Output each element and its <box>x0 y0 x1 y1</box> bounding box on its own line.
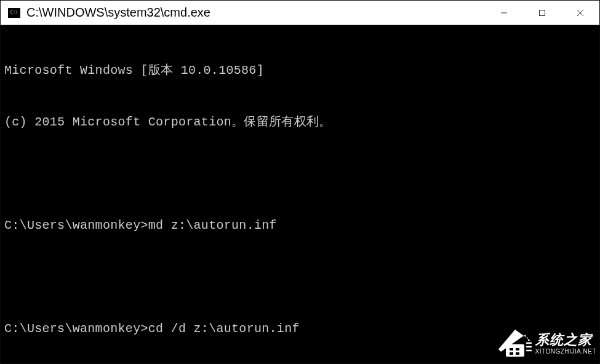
svg-rect-1 <box>540 10 545 15</box>
terminal-line: Microsoft Windows [版本 10.0.10586] <box>4 62 596 79</box>
maximize-icon <box>538 9 546 17</box>
close-button[interactable] <box>561 1 599 25</box>
minimize-button[interactable] <box>485 1 523 25</box>
terminal-line: (c) 2015 Microsoft Corporation。保留所有权利。 <box>4 114 596 131</box>
cmd-window: C:\WINDOWS\system32\cmd.exe Microsoft Wi… <box>0 0 600 364</box>
terminal-line <box>4 269 596 286</box>
window-title: C:\WINDOWS\system32\cmd.exe <box>26 6 485 20</box>
terminal-line: C:\Users\wanmonkey>md z:\autorun.inf <box>4 217 596 234</box>
terminal-line: C:\Users\wanmonkey>cd /d z:\autorun.inf <box>4 320 596 338</box>
cmd-icon <box>8 8 20 18</box>
window-controls <box>485 1 599 25</box>
maximize-button[interactable] <box>523 1 561 25</box>
close-icon <box>577 9 584 17</box>
titlebar[interactable]: C:\WINDOWS\system32\cmd.exe <box>1 1 599 25</box>
terminal-area[interactable]: Microsoft Windows [版本 10.0.10586] (c) 20… <box>1 25 599 363</box>
minimize-icon <box>500 9 508 17</box>
terminal-line <box>4 165 596 183</box>
